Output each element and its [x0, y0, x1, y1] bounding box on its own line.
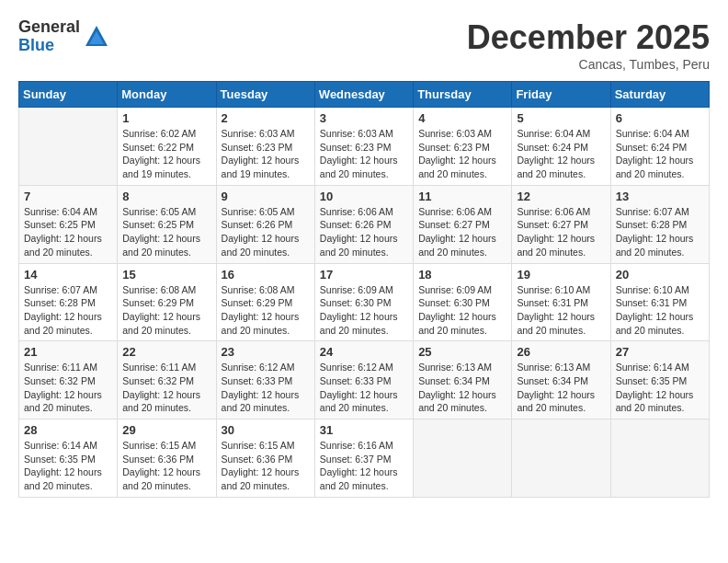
title-area: December 2025 Cancas, Tumbes, Peru — [467, 18, 710, 72]
day-info: Sunrise: 6:04 AMSunset: 6:24 PMDaylight:… — [517, 127, 605, 181]
location-subtitle: Cancas, Tumbes, Peru — [467, 57, 710, 72]
day-info: Sunrise: 6:09 AMSunset: 6:30 PMDaylight:… — [320, 283, 408, 338]
day-info: Sunrise: 6:14 AMSunset: 6:35 PMDaylight:… — [24, 439, 112, 493]
day-number: 12 — [517, 190, 605, 203]
calendar-cell: 21Sunrise: 6:11 AMSunset: 6:32 PMDayligh… — [19, 341, 118, 419]
day-info: Sunrise: 6:03 AMSunset: 6:23 PMDaylight:… — [222, 127, 310, 181]
day-info: Sunrise: 6:06 AMSunset: 6:26 PMDaylight:… — [320, 205, 408, 259]
day-info: Sunrise: 6:07 AMSunset: 6:28 PMDaylight:… — [616, 205, 704, 259]
calendar-week-row: 28Sunrise: 6:14 AMSunset: 6:35 PMDayligh… — [19, 419, 710, 498]
calendar-cell: 30Sunrise: 6:15 AMSunset: 6:36 PMDayligh… — [216, 419, 314, 498]
calendar-cell: 29Sunrise: 6:15 AMSunset: 6:36 PMDayligh… — [118, 419, 216, 498]
day-number: 4 — [418, 111, 506, 125]
day-number: 26 — [517, 345, 605, 359]
day-info: Sunrise: 6:13 AMSunset: 6:34 PMDaylight:… — [517, 361, 605, 415]
calendar-cell: 6Sunrise: 6:04 AMSunset: 6:24 PMDaylight… — [610, 108, 709, 186]
day-number: 30 — [222, 423, 310, 437]
day-info: Sunrise: 6:02 AMSunset: 6:22 PMDaylight:… — [122, 127, 210, 181]
logo: General Blue — [18, 18, 109, 55]
logo-general-text: General — [18, 18, 80, 37]
day-info: Sunrise: 6:10 AMSunset: 6:31 PMDaylight:… — [616, 283, 704, 338]
day-number: 2 — [222, 111, 310, 125]
day-number: 29 — [122, 423, 210, 437]
weekday-header: Friday — [512, 82, 610, 108]
day-number: 3 — [320, 111, 408, 125]
day-info: Sunrise: 6:15 AMSunset: 6:36 PMDaylight:… — [122, 439, 210, 493]
day-number: 10 — [320, 190, 408, 203]
day-number: 23 — [222, 345, 310, 359]
day-number: 21 — [24, 345, 112, 359]
calendar-cell — [512, 419, 610, 498]
day-info: Sunrise: 6:13 AMSunset: 6:34 PMDaylight:… — [418, 361, 506, 415]
day-info: Sunrise: 6:07 AMSunset: 6:28 PMDaylight:… — [24, 283, 112, 338]
logo-icon — [84, 24, 109, 50]
calendar-week-row: 1Sunrise: 6:02 AMSunset: 6:22 PMDaylight… — [19, 108, 710, 186]
calendar-cell: 7Sunrise: 6:04 AMSunset: 6:25 PMDaylight… — [19, 185, 118, 263]
day-number: 20 — [616, 268, 704, 282]
calendar-table: SundayMondayTuesdayWednesdayThursdayFrid… — [18, 81, 710, 498]
weekday-header: Saturday — [610, 82, 709, 108]
calendar-week-row: 21Sunrise: 6:11 AMSunset: 6:32 PMDayligh… — [19, 341, 710, 419]
day-number: 6 — [616, 111, 704, 125]
weekday-header-row: SundayMondayTuesdayWednesdayThursdayFrid… — [19, 82, 710, 108]
calendar-cell: 18Sunrise: 6:09 AMSunset: 6:30 PMDayligh… — [414, 263, 512, 341]
day-info: Sunrise: 6:03 AMSunset: 6:23 PMDaylight:… — [320, 127, 408, 181]
day-info: Sunrise: 6:11 AMSunset: 6:32 PMDaylight:… — [122, 361, 210, 415]
calendar-cell: 14Sunrise: 6:07 AMSunset: 6:28 PMDayligh… — [19, 263, 118, 341]
calendar-cell: 22Sunrise: 6:11 AMSunset: 6:32 PMDayligh… — [118, 341, 216, 419]
day-info: Sunrise: 6:11 AMSunset: 6:32 PMDaylight:… — [24, 361, 112, 415]
calendar-cell: 10Sunrise: 6:06 AMSunset: 6:26 PMDayligh… — [314, 185, 413, 263]
day-info: Sunrise: 6:06 AMSunset: 6:27 PMDaylight:… — [517, 205, 605, 259]
day-number: 28 — [24, 423, 112, 437]
day-info: Sunrise: 6:12 AMSunset: 6:33 PMDaylight:… — [320, 361, 408, 415]
month-title: December 2025 — [467, 18, 710, 57]
day-number: 25 — [418, 345, 506, 359]
calendar-cell: 28Sunrise: 6:14 AMSunset: 6:35 PMDayligh… — [19, 419, 118, 498]
calendar-cell: 13Sunrise: 6:07 AMSunset: 6:28 PMDayligh… — [610, 185, 709, 263]
day-number: 1 — [122, 111, 210, 125]
day-number: 18 — [418, 268, 506, 282]
weekday-header: Tuesday — [216, 82, 314, 108]
day-info: Sunrise: 6:14 AMSunset: 6:35 PMDaylight:… — [616, 361, 704, 415]
day-number: 17 — [320, 268, 408, 282]
calendar-cell: 5Sunrise: 6:04 AMSunset: 6:24 PMDaylight… — [512, 108, 610, 186]
calendar-cell: 1Sunrise: 6:02 AMSunset: 6:22 PMDaylight… — [118, 108, 216, 186]
calendar-cell: 31Sunrise: 6:16 AMSunset: 6:37 PMDayligh… — [314, 419, 413, 498]
calendar-week-row: 14Sunrise: 6:07 AMSunset: 6:28 PMDayligh… — [19, 263, 710, 341]
day-info: Sunrise: 6:05 AMSunset: 6:26 PMDaylight:… — [222, 205, 310, 259]
calendar-cell: 2Sunrise: 6:03 AMSunset: 6:23 PMDaylight… — [216, 108, 314, 186]
calendar-cell: 17Sunrise: 6:09 AMSunset: 6:30 PMDayligh… — [314, 263, 413, 341]
calendar-cell — [19, 108, 118, 186]
day-info: Sunrise: 6:06 AMSunset: 6:27 PMDaylight:… — [418, 205, 506, 259]
day-number: 16 — [222, 268, 310, 282]
calendar-cell: 3Sunrise: 6:03 AMSunset: 6:23 PMDaylight… — [314, 108, 413, 186]
calendar-cell: 16Sunrise: 6:08 AMSunset: 6:29 PMDayligh… — [216, 263, 314, 341]
day-info: Sunrise: 6:08 AMSunset: 6:29 PMDaylight:… — [222, 283, 310, 338]
day-number: 7 — [24, 190, 112, 203]
day-number: 31 — [320, 423, 408, 437]
day-info: Sunrise: 6:08 AMSunset: 6:29 PMDaylight:… — [122, 283, 210, 338]
day-info: Sunrise: 6:16 AMSunset: 6:37 PMDaylight:… — [320, 439, 408, 493]
weekday-header: Monday — [118, 82, 216, 108]
calendar-cell: 15Sunrise: 6:08 AMSunset: 6:29 PMDayligh… — [118, 263, 216, 341]
day-number: 5 — [517, 111, 605, 125]
weekday-header: Thursday — [414, 82, 512, 108]
day-info: Sunrise: 6:09 AMSunset: 6:30 PMDaylight:… — [418, 283, 506, 338]
calendar-cell: 27Sunrise: 6:14 AMSunset: 6:35 PMDayligh… — [610, 341, 709, 419]
logo-blue-text: Blue — [18, 37, 80, 55]
calendar-cell: 11Sunrise: 6:06 AMSunset: 6:27 PMDayligh… — [414, 185, 512, 263]
day-number: 22 — [122, 345, 210, 359]
day-info: Sunrise: 6:15 AMSunset: 6:36 PMDaylight:… — [222, 439, 310, 493]
calendar-cell: 19Sunrise: 6:10 AMSunset: 6:31 PMDayligh… — [512, 263, 610, 341]
weekday-header: Wednesday — [314, 82, 413, 108]
day-number: 9 — [222, 190, 310, 203]
calendar-cell: 8Sunrise: 6:05 AMSunset: 6:25 PMDaylight… — [118, 185, 216, 263]
day-number: 14 — [24, 268, 112, 282]
calendar-cell: 9Sunrise: 6:05 AMSunset: 6:26 PMDaylight… — [216, 185, 314, 263]
day-info: Sunrise: 6:12 AMSunset: 6:33 PMDaylight:… — [222, 361, 310, 415]
day-info: Sunrise: 6:04 AMSunset: 6:25 PMDaylight:… — [24, 205, 112, 259]
day-number: 24 — [320, 345, 408, 359]
day-number: 8 — [122, 190, 210, 203]
calendar-cell: 23Sunrise: 6:12 AMSunset: 6:33 PMDayligh… — [216, 341, 314, 419]
calendar-cell: 24Sunrise: 6:12 AMSunset: 6:33 PMDayligh… — [314, 341, 413, 419]
